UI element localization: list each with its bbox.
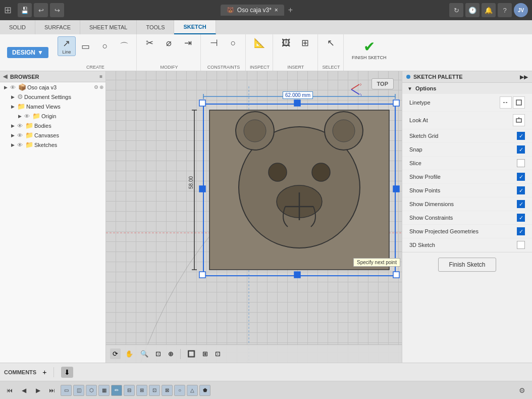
root-more-icon[interactable]: ⊕ [99, 84, 103, 90]
tree-item-sketches[interactable]: ▶ 👁 📁 Sketches [0, 140, 105, 149]
download-icon[interactable]: ⬇ [61, 367, 73, 378]
slice-checkbox[interactable] [517, 159, 525, 167]
design-button[interactable]: DESIGN ▼ [7, 47, 48, 58]
insert-image-btn[interactable]: 🖼 [277, 37, 295, 49]
undo-icon[interactable]: ↩ [34, 3, 48, 17]
timeline-item-2[interactable]: ◫ [73, 385, 84, 396]
namedviews-expander[interactable]: ▶ [9, 103, 16, 110]
browser-header[interactable]: ◀ BROWSER ≡ [0, 71, 105, 82]
tree-item-bodies[interactable]: ▶ 👁 📁 Bodies [0, 121, 105, 130]
browser-options-icon[interactable]: ≡ [99, 74, 102, 79]
refresh-icon[interactable]: ↻ [449, 3, 463, 17]
linetype-btn2[interactable] [513, 96, 525, 109]
tree-item-canvases[interactable]: ▶ 👁 📁 Canvases [0, 130, 105, 140]
tree-item-origin[interactable]: ▶ 👁 📁 Origin [0, 111, 105, 121]
redo-icon[interactable]: ↪ [50, 3, 64, 17]
grid-toggle-icon[interactable]: ⊞ [200, 348, 210, 359]
insert-grid-btn[interactable]: ⊞ [296, 36, 314, 49]
finish-sketch-palette-btn[interactable]: Finish Sketch [438, 258, 496, 272]
timeline-settings-icon[interactable]: ⚙ [516, 384, 528, 396]
origin-expander[interactable]: ▶ [16, 113, 23, 120]
origin-visibility[interactable]: 👁 [23, 113, 30, 120]
lookat-btn[interactable] [513, 114, 525, 126]
tab-solid[interactable]: SOLID [0, 20, 35, 34]
clock-icon[interactable]: 🕐 [465, 3, 480, 17]
tree-item-root[interactable]: ▶ 👁 📦 Oso caja v3 ⚙ ⊕ [0, 82, 105, 92]
sketches-visibility[interactable]: 👁 [16, 141, 23, 148]
select-cursor-btn[interactable]: ↖ [322, 36, 340, 49]
bell-icon[interactable]: 🔔 [482, 3, 496, 17]
showprofile-checkbox[interactable] [517, 173, 525, 181]
viewport[interactable]: TOP X Y [106, 71, 402, 363]
browser-collapse-icon[interactable]: ◀ [3, 73, 7, 80]
tab-sheetmetal[interactable]: SHEET METAL [80, 20, 137, 34]
timeline-item-8[interactable]: ⊡ [149, 385, 160, 396]
play-prev-btn[interactable]: ◀ [18, 385, 29, 396]
tab-surface[interactable]: SURFACE [35, 20, 80, 34]
linetype-btn1[interactable] [500, 96, 512, 109]
timeline-item-10[interactable]: ○ [174, 385, 185, 396]
timeline-item-4[interactable]: ▦ [98, 385, 110, 396]
zoom-icon[interactable]: 🔍 [138, 348, 151, 359]
sketches-expander[interactable]: ▶ [9, 141, 16, 148]
timeline-item-3[interactable]: ⬡ [86, 385, 97, 396]
tab-close-icon[interactable]: × [275, 7, 278, 14]
play-next-btn[interactable]: ⏭ [46, 385, 58, 396]
bodies-visibility[interactable]: 👁 [16, 122, 23, 129]
tree-item-doc-settings[interactable]: ▶ ⚙ Document Settings [0, 92, 105, 102]
root-expander[interactable]: ▶ [2, 84, 9, 91]
tree-item-named-views[interactable]: ▶ 📁 Named Views [0, 102, 105, 111]
timeline-item-7[interactable]: ⊞ [136, 385, 147, 396]
display-mode-icon[interactable]: 🔲 [185, 348, 198, 359]
palette-expand-icon[interactable]: ▶▶ [520, 74, 528, 80]
play-back-btn[interactable]: ⏮ [4, 385, 15, 396]
add-comment-icon[interactable]: + [42, 368, 46, 376]
sketchgrid-checkbox[interactable] [517, 132, 525, 140]
timeline-item-11[interactable]: △ [187, 385, 198, 396]
constraint1-btn[interactable]: ⊣ [205, 36, 223, 49]
offset-btn[interactable]: ⌀ [160, 36, 178, 49]
showconstraints-checkbox[interactable] [517, 214, 525, 222]
app-grid-icon[interactable]: ⊞ [4, 5, 12, 16]
rect-tool-btn[interactable]: ▭ [77, 40, 95, 53]
play-btn[interactable]: ▶ [32, 385, 43, 396]
root-settings-icon[interactable]: ⚙ [94, 84, 98, 90]
circle-tool-btn[interactable]: ○ [96, 40, 114, 53]
palette-header[interactable]: SKETCH PALETTE ▶▶ [402, 71, 532, 83]
scissors-btn[interactable]: ✂ [141, 36, 159, 49]
options-section-header[interactable]: ▼ Options [402, 83, 532, 94]
showdimensions-checkbox[interactable] [517, 200, 525, 208]
tab-tools[interactable]: TOOLS [137, 20, 174, 34]
zoom-select-icon[interactable]: ⊕ [166, 348, 176, 359]
showprojected-checkbox[interactable] [517, 227, 525, 235]
tab-sketch[interactable]: SKETCH [174, 20, 216, 34]
root-visibility[interactable]: 👁 [9, 84, 16, 91]
docsettings-expander[interactable]: ▶ [9, 93, 16, 101]
snap-grid-icon[interactable]: ⊡ [212, 348, 223, 359]
timeline-item-1[interactable]: ▭ [61, 385, 72, 396]
showpoints-checkbox[interactable] [517, 186, 525, 194]
active-tab[interactable]: 🐻 Oso caja v3* × [221, 5, 284, 16]
line-tool-btn[interactable]: ↗ Line [58, 36, 76, 56]
timeline-item-9[interactable]: ⊠ [162, 385, 173, 396]
save-icon[interactable]: 💾 [18, 3, 32, 17]
user-avatar[interactable]: JV [514, 3, 528, 17]
help-icon[interactable]: ? [498, 3, 512, 17]
constraint2-btn[interactable]: ○ [224, 37, 242, 49]
fit-icon[interactable]: ⊡ [153, 348, 164, 359]
timeline-item-12[interactable]: ⬟ [199, 385, 210, 396]
pan-icon[interactable]: ✋ [123, 348, 136, 359]
timeline-item-6[interactable]: ⊟ [124, 385, 135, 396]
canvases-visibility[interactable]: 👁 [16, 132, 23, 139]
snap-checkbox[interactable] [517, 145, 525, 154]
orbit-icon[interactable]: ⟳ [110, 348, 121, 359]
finish-sketch-btn[interactable]: ✔ FINISH SKETCH [348, 36, 391, 62]
bodies-expander[interactable]: ▶ [9, 122, 16, 129]
measure-btn[interactable]: 📐 [250, 36, 269, 49]
project-btn[interactable]: ⇥ [179, 36, 197, 49]
canvases-expander[interactable]: ▶ [9, 132, 16, 139]
add-tab-icon[interactable]: + [288, 6, 293, 15]
arc-tool-btn[interactable]: ⌒ [115, 39, 133, 54]
sketch3d-checkbox[interactable] [517, 241, 525, 249]
timeline-item-5[interactable]: ✏ [111, 385, 122, 396]
